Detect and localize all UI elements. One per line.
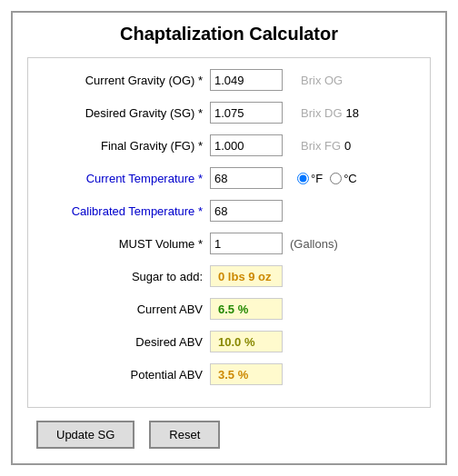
desired-gravity-input[interactable] (210, 102, 283, 124)
fahrenheit-option[interactable]: °F (297, 172, 323, 185)
current-gravity-label: Current Gravity (OG) * (37, 74, 210, 87)
sugar-to-add-value: 0 lbs 9 oz (210, 265, 283, 287)
current-gravity-row: Current Gravity (OG) * Brix OG (37, 67, 421, 93)
calibrated-temp-label: Calibrated Temperature * (37, 204, 210, 218)
brix-dg-label: Brix DG (301, 106, 343, 120)
current-temp-input[interactable] (210, 167, 283, 189)
page-title: Chaptalization Calculator (27, 24, 431, 45)
calibrated-temp-input[interactable] (210, 200, 283, 222)
fahrenheit-label: °F (311, 172, 323, 185)
current-temp-row: Current Temperature * °F °C (37, 165, 421, 191)
current-gravity-input[interactable] (210, 69, 283, 91)
sugar-to-add-label: Sugar to add: (37, 270, 210, 283)
brix-dg-value: 18 (346, 106, 359, 120)
brix-fg-value: 0 (344, 139, 351, 153)
potential-abv-value: 3.5 % (210, 363, 283, 385)
must-volume-row: MUST Volume * (Gallons) (37, 231, 421, 256)
unit-radio-group: °F °C (297, 172, 357, 185)
celsius-option[interactable]: °C (330, 172, 357, 185)
desired-gravity-label: Desired Gravity (SG) * (37, 106, 210, 120)
must-volume-input[interactable] (210, 233, 283, 254)
calculator-container: Chaptalization Calculator Current Gravit… (11, 11, 447, 465)
desired-gravity-row: Desired Gravity (SG) * Brix DG 18 (37, 100, 421, 125)
gallons-label: (Gallons) (290, 237, 338, 251)
must-volume-label: MUST Volume * (37, 237, 210, 251)
fahrenheit-radio[interactable] (297, 173, 309, 184)
brix-fg-label: Brix FG (301, 139, 341, 153)
brix-og-label: Brix OG (301, 74, 343, 87)
final-gravity-input[interactable] (210, 134, 283, 156)
celsius-label: °C (344, 172, 357, 185)
current-abv-value: 6.5 % (210, 298, 283, 320)
current-abv-label: Current ABV (37, 302, 210, 316)
form-area: Current Gravity (OG) * Brix OG Desired G… (27, 57, 431, 408)
potential-abv-label: Potential ABV (37, 368, 210, 382)
current-abv-row: Current ABV 6.5 % (37, 296, 421, 322)
celsius-radio[interactable] (330, 173, 342, 184)
sugar-to-add-row: Sugar to add: 0 lbs 9 oz (37, 263, 421, 289)
desired-abv-row: Desired ABV 10.0 % (37, 329, 421, 354)
buttons-row: Update SG Reset (27, 421, 431, 449)
final-gravity-row: Final Gravity (FG) * Brix FG 0 (37, 133, 421, 158)
update-sg-button[interactable]: Update SG (36, 421, 134, 449)
potential-abv-row: Potential ABV 3.5 % (37, 362, 421, 387)
desired-abv-label: Desired ABV (37, 335, 210, 349)
reset-button[interactable]: Reset (149, 421, 220, 449)
current-temp-label: Current Temperature * (37, 172, 210, 185)
desired-abv-value: 10.0 % (210, 331, 283, 352)
final-gravity-label: Final Gravity (FG) * (37, 139, 210, 153)
calibrated-temp-row: Calibrated Temperature * (37, 198, 421, 223)
